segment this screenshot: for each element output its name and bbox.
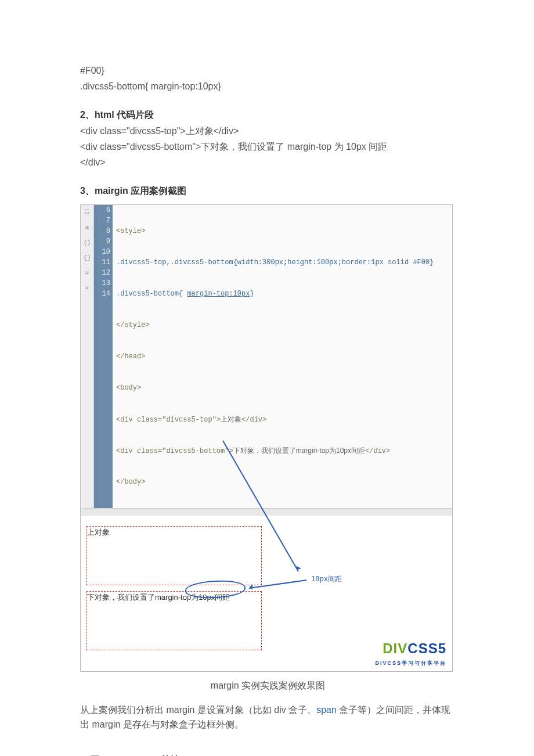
- line-num: 13: [96, 278, 110, 289]
- preview-pane: 上对象 下对象，我们设置了margin-top为10px间距 10px间距 DI…: [81, 516, 452, 671]
- code-l6: <style>: [116, 227, 145, 235]
- chevrons-icon: »: [85, 283, 89, 293]
- preview-top-box: 上对象: [86, 526, 262, 585]
- code-l12a: <div class="divcss5-top">: [116, 416, 221, 424]
- code-editor-pane: ☲ ✲ ⟨⟩ {} # » 6 7 8 9 10 11 12 13 14 <st…: [81, 205, 452, 508]
- section-3-heading: 3、mairgin 应用案例截图: [80, 184, 456, 199]
- divcss5-logo: DIVCSS5 DIVCSS学习与分享平台: [375, 638, 446, 667]
- preview-top-label: 上对象: [87, 528, 110, 537]
- code-text-column: <style> .divcss5-top,.divcss5-bottom{wid…: [113, 205, 452, 508]
- line-num: 11: [96, 257, 110, 268]
- css-line-2: .divcss5-bottom{ margin-top:10px}: [80, 80, 456, 94]
- section-3-rest: 应用案例截图: [128, 186, 186, 196]
- section-2-bold: html: [95, 110, 114, 120]
- preview-bottom-box: 下对象，我们设置了margin-top为10px间距: [86, 591, 262, 650]
- code-l8b: margin-top:10px: [187, 290, 250, 298]
- code-l12c: </div>: [241, 416, 266, 424]
- code-l8c: }: [250, 290, 254, 298]
- section-5-heading: 五、css margin 总结: [91, 753, 456, 756]
- html-line-2b: </div>: [80, 156, 456, 170]
- analysis-paragraph: 从上案例我们分析出 margin 是设置对象（比如 div 盒子、span 盒子…: [80, 703, 456, 732]
- document-page: #F00} .divcss5-bottom{ margin-top:10px} …: [0, 0, 534, 756]
- figure-frame: ☲ ✲ ⟨⟩ {} # » 6 7 8 9 10 11 12 13 14 <st…: [80, 204, 453, 672]
- line-num: 9: [96, 236, 110, 247]
- logo-div: DIV: [383, 640, 407, 656]
- split-icon: ⟨⟩: [83, 237, 91, 248]
- line-num: 14: [96, 289, 110, 299]
- html-line-1: <div class="divcss5-top">上对象</div>: [80, 124, 456, 139]
- code-l7: .divcss5-top,.divcss5-bottom{width:300px…: [116, 258, 434, 267]
- code-l9: </style>: [116, 321, 150, 329]
- code-l8a: .divcss5-bottom{: [116, 290, 187, 298]
- section-3-num: 3、: [80, 186, 95, 196]
- braces-icon: {}: [83, 253, 91, 263]
- html-line-2a: <div class="divcss5-bottom">下对象，我们设置了 ma…: [80, 140, 456, 154]
- section-3-bold: mairgin: [95, 186, 128, 196]
- span-link[interactable]: span: [316, 705, 337, 715]
- figure-caption: margin 实例实践案例效果图: [80, 679, 456, 693]
- section-2-heading: 2、html 代码片段: [80, 108, 456, 123]
- editor-scrollbar[interactable]: ◀: [81, 508, 452, 516]
- line-num: 10: [96, 247, 110, 257]
- editor-gutter-icons: ☲ ✲ ⟨⟩ {} # »: [81, 205, 94, 508]
- annotation-arrowhead-2: [247, 584, 252, 590]
- code-l12b: 上对象: [221, 415, 241, 423]
- code-l13b: 下对象，我们设置了margin-top为10px间距: [233, 447, 365, 455]
- section-2-num: 2、: [80, 110, 95, 120]
- css-line-1: #F00}: [80, 64, 456, 78]
- code-l13c: </div>: [365, 447, 390, 455]
- line-num: 6: [96, 205, 110, 215]
- code-l14: </body>: [116, 478, 145, 486]
- code-l10: </head>: [116, 352, 145, 361]
- annotation-gap-label: 10px间距: [311, 574, 342, 585]
- logo-css5: CSS5: [407, 640, 446, 656]
- section-2-rest: 代码片段: [114, 110, 154, 120]
- star-icon: ✲: [85, 222, 89, 233]
- line-num: 8: [96, 226, 110, 236]
- code-l11: <body>: [116, 384, 141, 392]
- tree-icon: ☲: [84, 207, 90, 218]
- line-num: 12: [96, 268, 110, 278]
- code-l13a: <div class="divcss5-bottom">: [116, 447, 233, 455]
- analysis-text-a: 从上案例我们分析出 margin 是设置对象（比如 div 盒子、: [80, 705, 316, 715]
- anchor-icon: #: [85, 268, 89, 278]
- line-number-column: 6 7 8 9 10 11 12 13 14: [94, 205, 113, 508]
- line-num: 7: [96, 215, 110, 226]
- logo-subtitle: DIVCSS学习与分享平台: [375, 660, 446, 668]
